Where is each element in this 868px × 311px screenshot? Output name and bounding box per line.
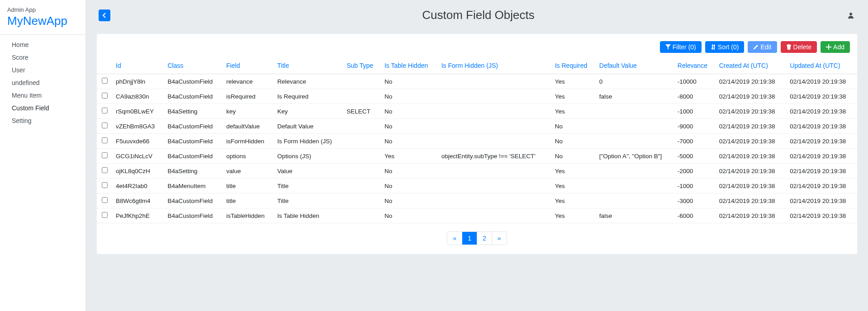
cell-id: F5uuvxde66 [112,134,164,149]
row-checkbox[interactable] [102,93,108,99]
cell-created-at: 02/14/2019 20:19:38 [716,164,787,179]
cell-default-value: false [596,89,674,104]
column-header[interactable]: Is Required [551,57,596,74]
cell-class-: B4aCustomField [164,134,223,149]
column-header[interactable]: Is Form Hidden (JS) [438,57,551,74]
app-name[interactable]: MyNewApp [7,14,78,28]
sidebar-collapse-button[interactable] [99,9,110,21]
row-checkbox[interactable] [102,123,108,128]
row-checkbox[interactable] [102,167,108,173]
delete-label: Delete [793,43,811,51]
filter-icon [665,44,671,50]
cell-class-: B4aCustomField [164,149,223,164]
sort-button[interactable]: Sort (0) [705,41,745,53]
sidebar-item-home[interactable]: Home [0,38,85,51]
trash-icon [786,44,792,50]
cell-title: Options (JS) [274,149,343,164]
page-2[interactable]: 2 [477,232,492,245]
cell-id: CA9azi830n [112,89,164,104]
row-checkbox[interactable] [102,197,108,203]
row-checkbox-cell [97,179,112,193]
cell-id: rSqm0BLwEY [112,104,164,119]
cell-created-at: 02/14/2019 20:19:38 [716,104,787,119]
row-checkbox[interactable] [102,212,108,218]
table-row: B8Wc6gtlm4B4aCustomFieldtitleTitleNoYes-… [97,193,857,208]
cell-field: title [223,193,274,208]
column-header[interactable]: Class [164,57,223,74]
page-prev[interactable]: « [447,232,462,245]
cell-relevance: -5000 [674,149,716,164]
cell-is-required: No [551,134,596,149]
cell-title: Is Required [274,89,343,104]
row-checkbox[interactable] [102,108,108,113]
row-checkbox[interactable] [102,78,108,84]
cell-subtype [343,164,381,179]
row-checkbox[interactable] [102,137,108,143]
cell-subtype [343,134,381,149]
cell-is-table-hidden: No [381,208,438,223]
header-checkbox-col [97,57,112,74]
sidebar-nav: HomeScoreUserundefinedMenu ItemCustom Fi… [0,35,85,131]
cell-relevance: -10000 [674,74,716,89]
filter-button[interactable]: Filter (0) [660,41,702,53]
profile-button[interactable] [846,11,855,20]
row-checkbox-cell [97,89,112,104]
cell-is-table-hidden: No [381,134,438,149]
cell-is-table-hidden: No [381,104,438,119]
delete-button[interactable]: Delete [781,41,817,53]
edit-button[interactable]: Edit [748,41,777,53]
cell-relevance: -1000 [674,179,716,193]
sidebar-item-menu-item[interactable]: Menu Item [0,89,85,102]
cell-subtype: SELECT [343,104,381,119]
sidebar-item-custom-field[interactable]: Custom Field [0,102,85,114]
cell-id: phDnjjY8ln [112,74,164,89]
cell-field: value [223,164,274,179]
main: Custom Field Objects Filter (0) Sort (0)… [86,0,868,311]
sidebar-item-setting[interactable]: Setting [0,114,85,127]
page-1[interactable]: 1 [462,232,477,245]
cell-default-value [596,193,674,208]
toolbar: Filter (0) Sort (0) Edit Delete Add [97,41,857,57]
cell-is-table-hidden: Yes [381,149,438,164]
cell-is-form-hidden [438,193,551,208]
cell-is-form-hidden: objectEntity.subType !== 'SELECT' [438,149,551,164]
row-checkbox[interactable] [102,152,108,158]
column-header[interactable]: Created At (UTC) [716,57,787,74]
cell-subtype [343,208,381,223]
cell-class-: B4aCustomField [164,193,223,208]
cell-title: Is Table Hidden [274,208,343,223]
cell-updated-at: 02/14/2019 20:19:38 [786,164,857,179]
column-header[interactable]: Sub Type [343,57,381,74]
cell-subtype [343,179,381,193]
column-header[interactable]: Updated At (UTC) [786,57,857,74]
column-header[interactable]: Id [112,57,164,74]
cell-default-value [596,104,674,119]
column-header[interactable]: Relevance [674,57,716,74]
cell-relevance: -1000 [674,104,716,119]
add-button[interactable]: Add [821,41,850,53]
cell-subtype [343,119,381,134]
cell-is-required: Yes [551,104,596,119]
table-row: ojKL8q0CzHB4aSettingvalueValueNoYes-2000… [97,164,857,179]
cell-updated-at: 02/14/2019 20:19:38 [786,193,857,208]
cell-created-at: 02/14/2019 20:19:38 [716,74,787,89]
column-header[interactable]: Default Value [596,57,674,74]
sidebar-item-undefined[interactable]: undefined [0,76,85,89]
sidebar-item-score[interactable]: Score [0,51,85,64]
cell-is-form-hidden [438,208,551,223]
cell-class-: B4aCustomField [164,74,223,89]
cell-subtype [343,74,381,89]
cell-is-form-hidden [438,134,551,149]
page-next[interactable]: » [492,232,507,245]
cell-relevance: -7000 [674,134,716,149]
topbar: Custom Field Objects [86,0,868,27]
sidebar-item-user[interactable]: User [0,64,85,76]
cell-created-at: 02/14/2019 20:19:38 [716,179,787,193]
cell-is-table-hidden: No [381,179,438,193]
column-header[interactable]: Field [223,57,274,74]
cell-field: isTableHidden [223,208,274,223]
cell-is-required: Yes [551,208,596,223]
row-checkbox[interactable] [102,182,108,188]
column-header[interactable]: Is Table Hidden [381,57,438,74]
column-header[interactable]: Title [274,57,343,74]
